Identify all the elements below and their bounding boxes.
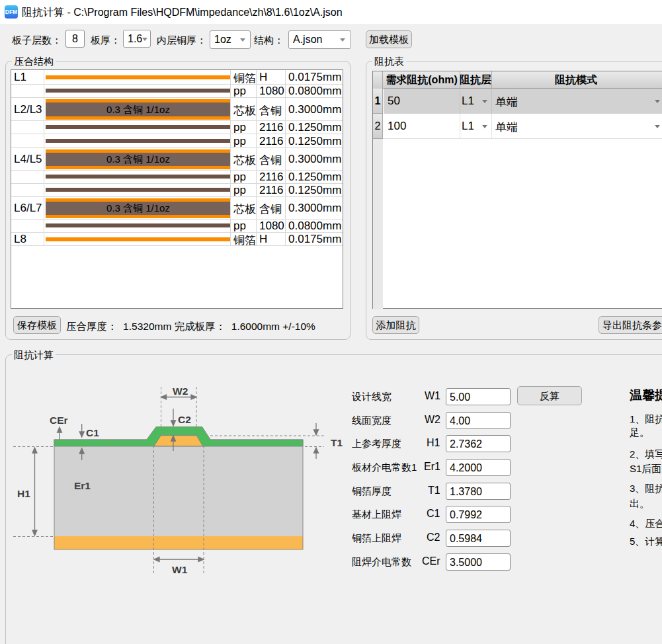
- svg-text:CEr: CEr: [50, 415, 68, 426]
- svg-text:Er1: Er1: [74, 480, 91, 491]
- svg-text:T1: T1: [331, 437, 343, 448]
- svg-text:C2: C2: [178, 414, 191, 425]
- svg-text:W2: W2: [173, 385, 188, 397]
- svg-text:C1: C1: [86, 427, 99, 438]
- svg-text:W1: W1: [172, 564, 188, 575]
- svg-text:H1: H1: [17, 488, 30, 499]
